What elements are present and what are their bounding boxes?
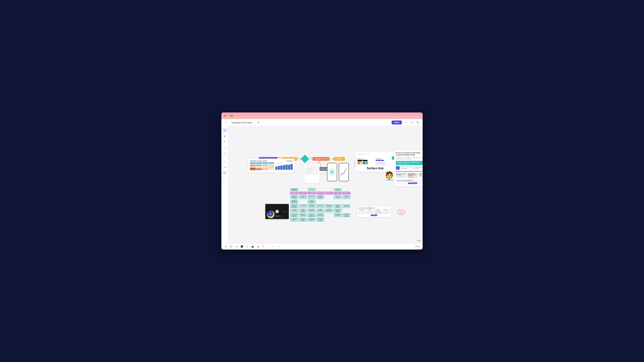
- fg-cell[interactable]: Transfer money: [308, 195, 316, 199]
- fg-cell[interactable]: Settings: [299, 192, 307, 195]
- bt-grid-tool[interactable]: ⋮⋮: [272, 245, 276, 248]
- favorite-icon[interactable]: ☆: [254, 121, 256, 124]
- fg-cell[interactable]: Make third party payments: [308, 218, 316, 222]
- fg-cell[interactable]: Transactions: [308, 188, 316, 191]
- bt-timer-tool[interactable]: ⏱: [262, 245, 265, 248]
- bt-screen-tool[interactable]: ⬛: [240, 245, 244, 248]
- fg-cell[interactable]: Calculate deposit options: [316, 213, 324, 217]
- bt-video-tool[interactable]: 📷: [251, 245, 254, 248]
- fg-cell-empty: [325, 188, 333, 191]
- video-play-button[interactable]: ▶: [276, 210, 279, 213]
- fg-cell[interactable]: Export information to PDF: [299, 218, 307, 222]
- fg-cell-empty: [334, 200, 342, 204]
- dt-cell: [382, 213, 390, 214]
- flowchart-node-quickdesign[interactable]: Quick design: [398, 210, 405, 215]
- pencil-tool[interactable]: ✏: [222, 165, 227, 169]
- bt-chat-tool[interactable]: ⬜: [235, 245, 238, 248]
- app-icon-1: [358, 162, 360, 164]
- fg-cell[interactable]: Receive updates on banking service: [308, 213, 316, 217]
- traffic-light-maximize[interactable]: [231, 115, 233, 117]
- select-tool[interactable]: ↖: [222, 128, 227, 133]
- fg-cell[interactable]: Use transaction templates: [308, 204, 316, 208]
- export-icon[interactable]: ⬆: [258, 121, 260, 124]
- more-tools[interactable]: ···: [222, 184, 227, 189]
- shape-tool[interactable]: ▭: [222, 151, 227, 156]
- frame-tool[interactable]: ⊞: [222, 134, 227, 138]
- fg-cell[interactable]: Add a question / request a service: [316, 195, 324, 199]
- fg-cell[interactable]: Search for the nearest ATM: [325, 209, 333, 213]
- dt-col-header: Role: [366, 209, 374, 211]
- fg-cell[interactable]: Manage the app from an Android device: [290, 200, 298, 204]
- fg-cell-empty: [342, 209, 350, 213]
- dashboard-label: Dashboard: [286, 160, 293, 162]
- search-icon[interactable]: 🔍: [415, 120, 420, 125]
- fg-cell[interactable]: Manage the app from an iPhone: [290, 195, 298, 199]
- dt-row: [358, 212, 390, 213]
- flowchart-node-review[interactable]: Review: [333, 157, 345, 161]
- fg-cell[interactable]: Manage accounts: [290, 209, 298, 213]
- fg-cell[interactable]: Set financial goal: [290, 218, 298, 222]
- left-toolbar: ↖ ⊞ T □ ▭ / ✏ 💬 ⛶ ···: [221, 126, 228, 243]
- fg-cell[interactable]: Finance management: [308, 192, 316, 195]
- google-play-badge[interactable]: Google Play: [362, 160, 368, 161]
- comment-tool[interactable]: 💬: [222, 170, 227, 175]
- bt-template-tool[interactable]: ↻: [246, 245, 249, 248]
- fg-cell[interactable]: Transaction with application: [290, 192, 298, 195]
- home-button[interactable]: ⌂: [224, 120, 228, 124]
- fg-cell[interactable]: Compare offers of the competitors: [342, 213, 350, 217]
- fg-cell[interactable]: Bank orders: [325, 192, 333, 195]
- fg-cell[interactable]: First application in the Marketplace: [290, 213, 298, 217]
- bt-vote-tool[interactable]: ✓: [267, 245, 270, 248]
- fg-cell[interactable]: Search for the nearest ATM: [325, 204, 333, 208]
- bc-cta-button[interactable]: Get started for free: [408, 183, 417, 184]
- canvas[interactable]: Brainstorming session New product idea P…: [228, 126, 422, 243]
- fg-cell[interactable]: Analytics: [334, 192, 342, 195]
- video-card[interactable]: ▶ Meet the ne realtimeBoard: [265, 204, 289, 219]
- pen-tool[interactable]: /: [222, 159, 227, 164]
- fg-cell[interactable]: Bank product: [316, 192, 324, 195]
- fg-cell[interactable]: Get account details: [299, 195, 307, 199]
- main-area: ↖ ⊞ T □ ▭ / ✏ 💬 ⛶ ···: [221, 126, 422, 243]
- phone-mockup-2: [339, 163, 349, 181]
- traffic-light-minimize[interactable]: [228, 115, 230, 117]
- traffic-light-close[interactable]: [224, 115, 226, 117]
- present-icon[interactable]: ≡: [403, 120, 408, 125]
- bc-value-drive: Drive change and open embrace innovation: [418, 173, 422, 178]
- fg-cell[interactable]: Customize notification: [299, 213, 307, 217]
- fg-cell-empty: [325, 218, 333, 222]
- dt-col-header: Date: [382, 209, 390, 211]
- bt-expand-tool[interactable]: «: [278, 245, 281, 248]
- fg-cell[interactable]: Be secured: [299, 204, 307, 208]
- sticky-tool[interactable]: □: [222, 145, 227, 150]
- flowchart-node-evolution[interactable]: Prototype evolution: [312, 157, 330, 161]
- fg-cell[interactable]: Analyze expenses: [334, 195, 342, 199]
- dt-invite-button[interactable]: Invite team: [371, 215, 377, 216]
- fg-cell[interactable]: Be offered with loyalty programs: [316, 218, 324, 222]
- fg-cell[interactable]: Form a bank statement: [308, 209, 316, 213]
- share-button[interactable]: Share: [392, 120, 402, 124]
- bt-frame-tool[interactable]: ⊞: [224, 245, 228, 248]
- fg-cell[interactable]: Application and settings: [290, 188, 298, 191]
- bt-comment-tool[interactable]: 💬: [230, 245, 233, 248]
- dt-cell: [358, 211, 366, 212]
- fg-cell[interactable]: Take out a loan: [316, 204, 324, 208]
- fg-cell[interactable]: Additional information: [334, 188, 342, 191]
- fg-cell[interactable]: Estimate future expenses: [334, 213, 342, 217]
- fg-cell[interactable]: See deposit additions analysis: [334, 209, 342, 213]
- fg-cell[interactable]: Manage deposits: [316, 209, 324, 213]
- fg-cell[interactable]: Get bank details: [342, 195, 350, 199]
- sh-download-button[interactable]: [376, 160, 384, 161]
- bt-like-tool[interactable]: 👍: [256, 245, 260, 248]
- app-store-badge[interactable]: App Store: [358, 160, 362, 161]
- fg-cell[interactable]: Monitor currency rate: [342, 204, 350, 208]
- fg-cell[interactable]: Manage the app from a Web browser: [290, 204, 298, 208]
- crop-tool[interactable]: ⛶: [222, 176, 227, 181]
- fg-cell[interactable]: See loan payments analysis: [334, 204, 342, 208]
- education-icon[interactable]: ⬡: [409, 120, 414, 125]
- text-tool[interactable]: T: [222, 139, 227, 144]
- tool-divider: [223, 157, 226, 157]
- fg-cell[interactable]: Bank ideas: [342, 192, 350, 195]
- fg-cell-empty: [342, 200, 350, 204]
- fg-cell[interactable]: View transaction history: [308, 200, 316, 204]
- fg-cell[interactable]: Set up automatic payment: [299, 209, 307, 213]
